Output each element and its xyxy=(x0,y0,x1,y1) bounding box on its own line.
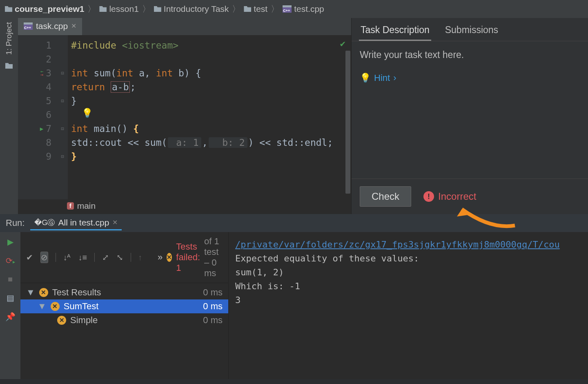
tests-rest-text: of 1 test – 0 ms xyxy=(204,236,223,279)
function-icon: f xyxy=(67,202,74,210)
tree-time: 0 ms xyxy=(203,287,223,298)
hint-label: Hint xyxy=(374,73,390,83)
breadcrumb-label: test.cpp xyxy=(294,4,324,14)
sort-by-duration-icon[interactable]: ↓≡ xyxy=(78,253,87,262)
stop-icon[interactable]: ■ xyxy=(8,275,13,284)
test-summary: » ✕ Tests failed: 1 of 1 test – 0 ms xyxy=(149,236,223,279)
run-label: Run: xyxy=(6,218,24,228)
chevron-right-icon: 〉 xyxy=(87,3,96,15)
test-tree-root[interactable]: ▼ ✕ Test Results 0 ms xyxy=(20,286,228,299)
test-toolbar: ✔ ⊘ ↓ᴬ ↓≡ ⤢ ⤡ ↑ » ✕ Tests failed: 1 of 1… xyxy=(20,232,228,283)
test-tree: ▼ ✕ Test Results 0 ms ▼ ✕ SumTest 0 ms ✕… xyxy=(20,283,228,330)
rerun-icon[interactable]: ▶ xyxy=(7,237,13,247)
tab-task-description[interactable]: Task Description xyxy=(359,22,431,41)
test-tree-case[interactable]: ✕ Simple 0 ms xyxy=(20,313,228,327)
folder-icon xyxy=(154,6,161,12)
gtest-icon: �GⒼ xyxy=(34,218,55,228)
status-label: Incorrect xyxy=(438,191,476,202)
breadcrumb-label: Introductory Task xyxy=(164,4,229,14)
cpp-file-icon xyxy=(283,5,292,13)
run-config-tab[interactable]: �GⒼ All in test.cpp ✕ xyxy=(30,216,122,230)
show-passed-icon[interactable]: ✔ xyxy=(26,252,33,262)
tree-toggle-icon[interactable]: ▼ xyxy=(38,301,47,312)
close-icon[interactable]: ✕ xyxy=(112,219,118,226)
breadcrumb-item[interactable]: course_preview1 xyxy=(5,4,84,14)
run-gutter-icon[interactable]: ▶ xyxy=(40,125,43,132)
pin-icon[interactable]: 📌 xyxy=(5,312,16,321)
rerun-failed-icon[interactable]: ⟳▸ xyxy=(6,256,15,266)
prev-icon[interactable]: ↑ xyxy=(138,253,142,262)
chevrons: » xyxy=(158,252,163,263)
folder-icon xyxy=(99,6,107,12)
show-ignored-icon[interactable]: ⊘ xyxy=(40,252,48,263)
fold-toggle[interactable]: ⊟ xyxy=(57,122,68,136)
editor-tab-bar: task.cpp ✕ xyxy=(18,18,351,35)
annotation-arrow xyxy=(454,205,519,232)
project-tool-window-button[interactable]: 1: Project xyxy=(4,22,13,55)
fold-gutter: ⊟ ⊟ ⊟ ⊟ xyxy=(57,35,68,199)
chevron-right-icon: 〉 xyxy=(271,3,279,15)
fail-badge-icon: ✕ xyxy=(39,288,48,297)
collapse-all-icon[interactable]: ⤡ xyxy=(116,252,123,262)
task-panel: Task Description Submissions Write your … xyxy=(351,18,588,214)
tree-time: 0 ms xyxy=(203,315,223,326)
chevron-right-icon: 〉 xyxy=(142,3,151,15)
console-path-link[interactable]: /private/var/folders/zc/gx17_fps3sjgkr1y… xyxy=(235,239,560,250)
bulb-icon: 💡 xyxy=(360,73,371,83)
breadcrumb-bar: course_preview1 〉 lesson1 〉 Introductory… xyxy=(0,0,588,18)
sort-icon[interactable]: ↓ᴬ xyxy=(63,252,71,262)
console-line: sum(1, 2) xyxy=(235,266,581,279)
folder-icon xyxy=(5,6,12,12)
error-icon: ! xyxy=(423,191,434,202)
fold-toggle[interactable]: ⊟ xyxy=(57,66,68,80)
editor-breadcrumb-label: main xyxy=(77,201,96,211)
console-line: Which is: -1 xyxy=(235,279,581,293)
close-icon[interactable]: ✕ xyxy=(71,22,76,30)
fail-badge-icon: ✕ xyxy=(167,253,172,262)
breadcrumb-label: lesson1 xyxy=(109,4,138,14)
tree-label: Test Results xyxy=(52,287,101,298)
fail-badge-icon: ✕ xyxy=(51,302,60,311)
fold-toggle[interactable]: ⊟ xyxy=(57,94,68,108)
chevron-right-icon: › xyxy=(393,73,396,83)
console-line: Expected equality of these values: xyxy=(235,252,581,266)
hint-toggle[interactable]: 💡 Hint › xyxy=(360,73,580,83)
expand-all-icon[interactable]: ⤢ xyxy=(102,252,109,262)
folder-icon xyxy=(5,63,13,69)
run-tab-label: All in test.cpp xyxy=(58,218,109,228)
breadcrumb-item[interactable]: Introductory Task xyxy=(154,4,229,14)
tests-failed-text: Tests failed: 1 xyxy=(176,241,200,273)
tab-filename: task.cpp xyxy=(36,21,68,31)
editor-tab[interactable]: task.cpp ✕ xyxy=(18,18,82,35)
line-number-gutter: 1 2 ←→3 4 5 6 ▶7 8 9 xyxy=(18,35,57,199)
layout-icon[interactable]: ▤ xyxy=(7,293,14,303)
tool-window-bar-left: 1: Project xyxy=(0,18,18,214)
tree-label: Simple xyxy=(70,315,98,326)
cpp-file-icon xyxy=(24,22,33,30)
folder-icon xyxy=(244,6,251,12)
fold-toggle[interactable]: ⊟ xyxy=(57,150,68,163)
code-area[interactable]: 💡 #include <iostream> int sum(int a, int… xyxy=(68,35,351,199)
check-button[interactable]: Check xyxy=(360,186,411,207)
console-line: 3 xyxy=(235,293,581,307)
intention-bulb-icon[interactable]: 💡 xyxy=(82,108,93,118)
test-tree-suite[interactable]: ▼ ✕ SumTest 0 ms xyxy=(20,299,228,313)
fail-badge-icon: ✕ xyxy=(57,316,66,325)
change-marker-icon[interactable]: ←→ xyxy=(40,70,43,76)
breadcrumb-item[interactable]: lesson1 xyxy=(99,4,138,14)
test-console[interactable]: /private/var/folders/zc/gx17_fps3sjgkr1y… xyxy=(229,232,588,379)
breadcrumb-label: course_preview1 xyxy=(15,4,84,14)
tree-time: 0 ms xyxy=(203,301,223,312)
check-status: ! Incorrect xyxy=(423,191,476,202)
tree-label: SumTest xyxy=(64,301,99,312)
tab-submissions[interactable]: Submissions xyxy=(443,22,500,41)
code-editor[interactable]: ✔ 1 2 ←→3 4 5 6 ▶7 8 9 ⊟ ⊟ ⊟ ⊟ xyxy=(18,35,351,199)
editor-breadcrumb[interactable]: f main xyxy=(18,199,351,214)
task-text: Write your task text here. xyxy=(360,49,580,60)
breadcrumb-item[interactable]: test.cpp xyxy=(283,4,324,14)
inlay-hint: b: 2 xyxy=(209,137,247,148)
inlay-hint: a: 1 xyxy=(168,137,201,148)
tree-toggle-icon[interactable]: ▼ xyxy=(26,287,35,298)
breadcrumb-item[interactable]: test xyxy=(244,4,267,14)
chevron-right-icon: 〉 xyxy=(232,3,241,15)
